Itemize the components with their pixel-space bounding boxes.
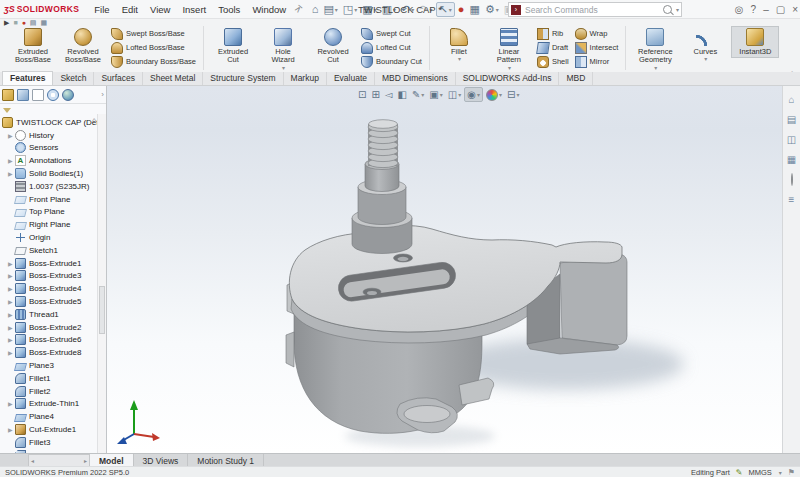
reference-geometry-dropdown-icon[interactable]: ▾ bbox=[654, 65, 657, 72]
view-palette-icon[interactable]: ▦ bbox=[787, 154, 796, 165]
wrap-button[interactable]: Wrap bbox=[573, 27, 621, 40]
tree-item-boss-extrude3[interactable]: ▶Boss-Extrude3 bbox=[0, 270, 106, 283]
section-view-icon[interactable]: ◧ bbox=[395, 88, 408, 101]
expand-chevron-icon[interactable]: ▶ bbox=[8, 170, 15, 177]
extruded-cut-button[interactable]: ExtrudedCut bbox=[209, 26, 257, 67]
expand-chevron-icon[interactable]: ▶ bbox=[8, 324, 15, 331]
reference-geometry-button[interactable]: ReferenceGeometry▾ bbox=[631, 26, 679, 73]
boundary-boss-base-button[interactable]: Boundary Boss/Base bbox=[109, 55, 198, 68]
scroll-right-icon[interactable]: ▸ bbox=[84, 457, 87, 464]
tree-item-solid-bodies-1-[interactable]: ▶Solid Bodies(1) bbox=[0, 167, 106, 180]
tree-item-boss-extrude5[interactable]: ▶Boss-Extrude5 bbox=[0, 295, 106, 308]
file-explorer-icon[interactable]: ◫ bbox=[787, 134, 796, 145]
tree-item-sketch1[interactable]: Sketch1 bbox=[0, 244, 106, 257]
help-icon[interactable]: ? bbox=[751, 4, 757, 15]
mirror-button[interactable]: Mirror bbox=[573, 55, 621, 68]
save-icon[interactable]: ▦▾ bbox=[360, 3, 378, 16]
menu-tools[interactable]: Tools bbox=[213, 3, 245, 16]
tree-item-front-plane[interactable]: Front Plane bbox=[0, 193, 106, 206]
redo-icon[interactable]: ↷▾ bbox=[417, 3, 434, 16]
maximize-icon[interactable]: ▢ bbox=[776, 4, 785, 15]
dynamic-annotation-icon[interactable]: ✎▾ bbox=[410, 88, 426, 101]
tree-item-cut-extrude1[interactable]: ▶Cut-Extrude1 bbox=[0, 423, 106, 436]
menu-insert[interactable]: Insert bbox=[177, 3, 211, 16]
hide-show-items-icon-dropdown[interactable]: ▾ bbox=[477, 91, 480, 98]
tree-scrollbar[interactable] bbox=[97, 114, 106, 454]
swept-boss-base-button[interactable]: Swept Boss/Base bbox=[109, 27, 198, 40]
expand-chevron-icon[interactable]: ▶ bbox=[8, 157, 15, 164]
revolved-cut-button[interactable]: RevolvedCut bbox=[309, 26, 357, 67]
edit-macro-icon[interactable]: ▦ bbox=[40, 19, 47, 27]
hide-show-items-icon[interactable]: ◉▾ bbox=[464, 87, 483, 102]
open-icon[interactable]: ◳▾ bbox=[341, 3, 359, 16]
options-icon[interactable]: ⚙▾ bbox=[483, 3, 501, 16]
tab-features[interactable]: Features bbox=[2, 71, 53, 85]
expand-chevron-icon[interactable]: ▶ bbox=[8, 260, 15, 267]
propertymanager-tab-icon[interactable] bbox=[17, 89, 29, 101]
tree-item-1-0037-s235jr-[interactable]: 1.0037 (S235JR) bbox=[0, 180, 106, 193]
dynamic-annotation-icon-dropdown[interactable]: ▾ bbox=[421, 91, 424, 98]
tab-surfaces[interactable]: Surfaces bbox=[94, 72, 143, 85]
expand-chevron-icon[interactable]: ▶ bbox=[8, 132, 15, 139]
edit-appearance-icon-dropdown[interactable]: ▾ bbox=[499, 91, 502, 98]
expand-chevron-icon[interactable]: ▶ bbox=[8, 298, 15, 305]
home-icon[interactable]: ⌂ bbox=[788, 94, 794, 105]
options-icon-dropdown[interactable]: ▾ bbox=[496, 6, 499, 13]
fillet-dropdown-icon[interactable]: ▾ bbox=[458, 56, 461, 63]
model-threaded-stud[interactable] bbox=[368, 120, 398, 168]
undo-icon[interactable]: ↶▾ bbox=[399, 3, 416, 16]
expand-chevron-icon[interactable]: ▶ bbox=[8, 285, 15, 292]
tree-item-plane3[interactable]: Plane3 bbox=[0, 359, 106, 372]
tree-item-thread1[interactable]: ▶Thread1 bbox=[0, 308, 106, 321]
view-orientation-icon-dropdown[interactable]: ▾ bbox=[440, 91, 443, 98]
minimize-icon[interactable]: – bbox=[763, 4, 769, 15]
tree-item-top-plane[interactable]: Top Plane bbox=[0, 206, 106, 219]
tree-item-boss-extrude1[interactable]: ▶Boss-Extrude1 bbox=[0, 257, 106, 270]
units-selector[interactable]: MMGS bbox=[748, 468, 771, 477]
display-style-icon[interactable]: ◫▾ bbox=[446, 88, 463, 101]
redo-icon-dropdown[interactable]: ▾ bbox=[430, 6, 433, 13]
instant3d-button[interactable]: Instant3D bbox=[731, 26, 779, 58]
appearances-icon[interactable] bbox=[791, 174, 793, 185]
tab-structure-system[interactable]: Structure System bbox=[203, 72, 283, 85]
custom-properties-icon[interactable]: ≡ bbox=[789, 194, 795, 205]
tree-item-fillet3[interactable]: Fillet3 bbox=[0, 436, 106, 449]
tab-mbd[interactable]: MBD bbox=[559, 72, 593, 85]
print-icon[interactable]: ▥▾ bbox=[380, 3, 398, 16]
expand-chevron-icon[interactable]: ▶ bbox=[8, 272, 15, 279]
tree-item-plane4[interactable]: Plane4 bbox=[0, 410, 106, 423]
zoom-to-fit-icon[interactable]: ⊡ bbox=[356, 88, 368, 101]
tree-item-sensors[interactable]: Sensors bbox=[0, 142, 106, 155]
open-icon-dropdown[interactable]: ▾ bbox=[354, 6, 357, 13]
tree-item-origin[interactable]: Origin bbox=[0, 231, 106, 244]
record-macro-icon[interactable]: ● bbox=[22, 19, 26, 27]
tab-sheet-metal[interactable]: Sheet Metal bbox=[143, 72, 203, 85]
linear-pattern-dropdown-icon[interactable]: ▾ bbox=[508, 65, 511, 72]
draft-button[interactable]: Draft bbox=[535, 41, 571, 54]
new-document-icon[interactable]: ▤▾ bbox=[321, 3, 339, 16]
search-icon[interactable] bbox=[663, 5, 672, 14]
zoom-to-area-icon[interactable]: ⊞ bbox=[369, 88, 381, 101]
close-icon[interactable]: × bbox=[792, 4, 798, 15]
select-icon[interactable]: ↖▾ bbox=[436, 2, 455, 17]
tree-item-boss-extrude8[interactable]: ▶Boss-Extrude8 bbox=[0, 346, 106, 359]
curves-button[interactable]: Curves▾ bbox=[681, 26, 729, 65]
displaymanager-tab-icon[interactable] bbox=[62, 89, 74, 101]
model-hole-left[interactable] bbox=[363, 288, 381, 296]
intersect-button[interactable]: Intersect bbox=[573, 41, 621, 54]
hole-wizard-dropdown-icon[interactable]: ▾ bbox=[282, 65, 285, 72]
tab-mbd-dimensions[interactable]: MBD Dimensions bbox=[375, 72, 456, 85]
expand-chevron-icon[interactable]: ▶ bbox=[8, 400, 15, 407]
view-orientation-icon[interactable]: ▣▾ bbox=[427, 88, 444, 101]
scroll-left-icon[interactable]: ◂ bbox=[31, 457, 34, 464]
new-document-icon-dropdown[interactable]: ▾ bbox=[335, 6, 338, 13]
extruded-boss-base-button[interactable]: ExtrudedBoss/Base bbox=[9, 26, 57, 67]
tree-item-fillet2[interactable]: Fillet2 bbox=[0, 385, 106, 398]
tag-icon[interactable]: ⚑ bbox=[788, 468, 795, 477]
hole-wizard-button[interactable]: HoleWizard▾ bbox=[259, 26, 307, 73]
tab-markup[interactable]: Markup bbox=[284, 72, 327, 85]
tree-item-boss-extrude6[interactable]: ▶Boss-Extrude6 bbox=[0, 334, 106, 347]
linear-pattern-button[interactable]: LinearPattern▾ bbox=[485, 26, 533, 73]
tree-root-item[interactable]: TWISTLOCK CAP (Default) bbox=[0, 116, 106, 129]
search-dropdown-icon[interactable]: ▾ bbox=[676, 6, 679, 13]
